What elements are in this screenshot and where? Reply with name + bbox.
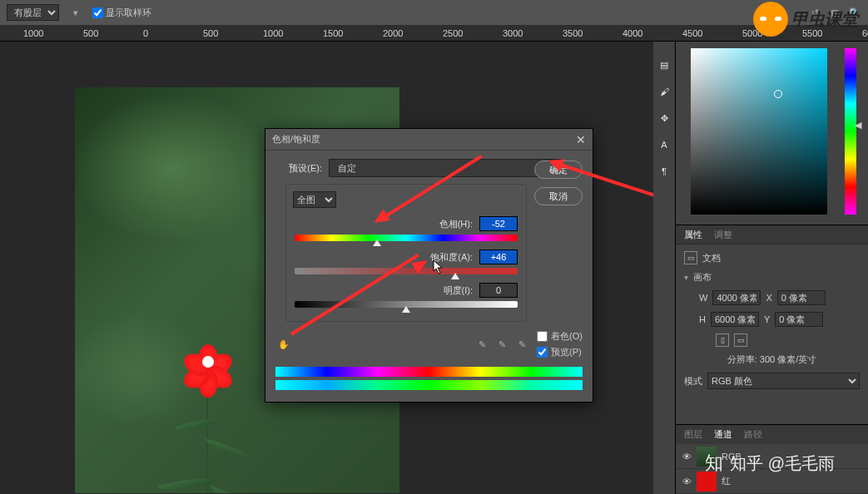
show-ring-check[interactable]: 显示取样环 xyxy=(92,7,151,19)
canvas-area[interactable]: 色相/饱和度 ✕ 预设(E): 自定 ⚙ 确定 取消 全图 xyxy=(0,42,653,494)
dialog-titlebar[interactable]: 色相/饱和度 ✕ xyxy=(265,129,593,151)
portrait-icon[interactable]: ▯ xyxy=(716,333,729,347)
lig-label: 明度(I): xyxy=(444,284,473,297)
sat-slider[interactable] xyxy=(295,268,518,274)
brush-icon[interactable]: 🖌 xyxy=(657,85,671,98)
lig-value[interactable] xyxy=(479,283,518,298)
history-icon[interactable]: ✥ xyxy=(657,111,671,125)
width-field[interactable] xyxy=(712,290,761,305)
spectrum-before xyxy=(275,367,583,377)
swatch-icon[interactable]: ▤ xyxy=(657,58,671,72)
mode-label: 模式 xyxy=(684,375,702,388)
close-icon[interactable]: ✕ xyxy=(576,133,586,146)
x-field[interactable] xyxy=(777,290,826,305)
tab-paths[interactable]: 路径 xyxy=(744,428,762,441)
doc-label: 文档 xyxy=(702,252,721,264)
layer-select[interactable]: 有股层 xyxy=(7,4,59,21)
properties-panel: ▭文档 ▾ 画布 W X H Y ▯ ▭ 分辨率: 300 像素/英寸 模式RG… xyxy=(676,245,868,424)
colorize-check[interactable]: 着色(O) xyxy=(537,330,583,343)
cancel-button[interactable]: 取消 xyxy=(534,187,583,205)
tab-properties[interactable]: 属性 xyxy=(684,229,702,241)
ruler-horizontal: 1000500050010001500200025003000350040004… xyxy=(0,25,868,42)
tab-layers[interactable]: 图层 xyxy=(684,428,702,441)
eyedropper-icon[interactable]: ✎ xyxy=(475,338,489,351)
ok-button[interactable]: 确定 xyxy=(534,161,583,179)
sat-value[interactable] xyxy=(479,249,518,264)
height-field[interactable] xyxy=(711,312,759,327)
y-field[interactable] xyxy=(775,312,823,327)
preset-label: 预设(E): xyxy=(275,162,322,175)
sat-label: 饱和度(A): xyxy=(430,251,473,264)
slider-group: 全图 色相(H): 饱和度(A): 明度(I): xyxy=(285,184,527,322)
hue-label: 色相(H): xyxy=(439,218,473,230)
channel-select[interactable]: 全图 xyxy=(293,191,336,208)
spectrum-after xyxy=(275,380,583,390)
preset-select[interactable]: 自定 xyxy=(329,159,563,177)
document-icon: ▭ xyxy=(684,251,697,264)
eyedropper-plus-icon[interactable]: ✎ xyxy=(495,338,508,351)
eyedropper-minus-icon[interactable]: ✎ xyxy=(515,338,528,351)
tab-adjustments[interactable]: 调整 xyxy=(714,229,732,241)
options-bar: 有股层 ▾ 显示取样环 ↺ ▦ 🔍 xyxy=(0,0,868,25)
canvas-section[interactable]: 画布 xyxy=(693,271,712,284)
mode-select[interactable]: RGB 颜色 xyxy=(707,373,860,389)
preview-check[interactable]: 预览(P) xyxy=(537,346,583,358)
brand-logo: 甲虫课堂 xyxy=(753,2,858,37)
type-icon[interactable]: A xyxy=(657,138,671,151)
hue-saturation-dialog: 色相/饱和度 ✕ 预设(E): 自定 ⚙ 确定 取消 全图 xyxy=(265,128,593,403)
paragraph-icon[interactable]: ¶ xyxy=(657,165,671,178)
right-panels: ◀ 属性 调整 ▭文档 ▾ 画布 W X H Y ▯ ▭ 分辨率: 300 像素… xyxy=(675,42,868,494)
visibility-icon[interactable]: 👁 xyxy=(682,477,692,487)
watermark: 知知乎 @毛毛雨 xyxy=(705,451,835,476)
hue-slider[interactable] xyxy=(295,235,518,241)
resolution-label: 分辨率: 300 像素/英寸 xyxy=(727,353,817,366)
lig-slider[interactable] xyxy=(295,301,518,308)
color-picker-panel[interactable]: ◀ xyxy=(676,42,868,225)
side-toolbar: ▤ 🖌 ✥ A ¶ xyxy=(653,42,675,494)
hue-value[interactable] xyxy=(479,216,518,231)
visibility-icon[interactable]: 👁 xyxy=(682,452,692,462)
tab-channels[interactable]: 通道 xyxy=(714,428,732,441)
hand-icon[interactable]: ✋ xyxy=(275,336,292,353)
landscape-icon[interactable]: ▭ xyxy=(734,333,747,347)
dialog-title-text: 色相/饱和度 xyxy=(272,133,320,146)
opts-chevron[interactable]: ▾ xyxy=(69,6,82,19)
